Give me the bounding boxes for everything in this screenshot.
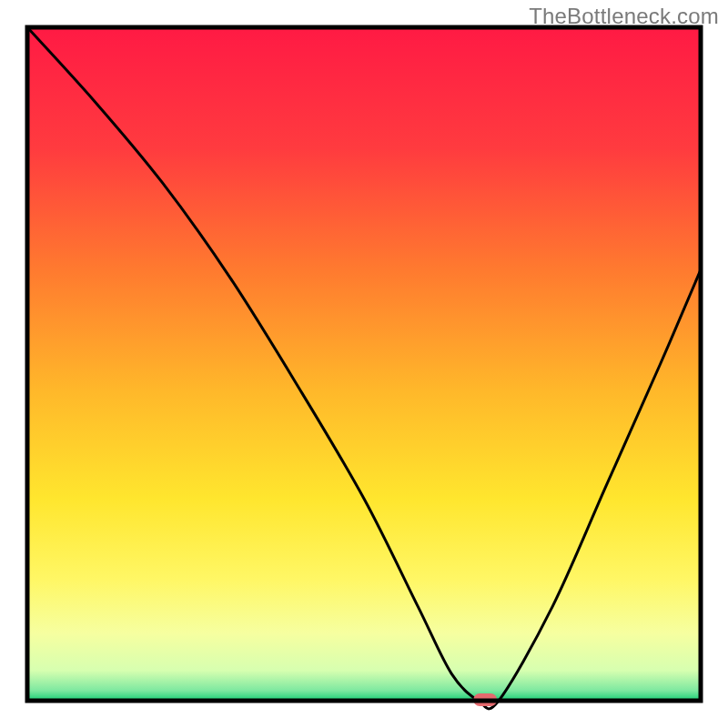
bottleneck-chart [0, 0, 728, 728]
chart-container: { "attribution": "TheBottleneck.com", "c… [0, 0, 728, 728]
plot-background [27, 27, 701, 701]
